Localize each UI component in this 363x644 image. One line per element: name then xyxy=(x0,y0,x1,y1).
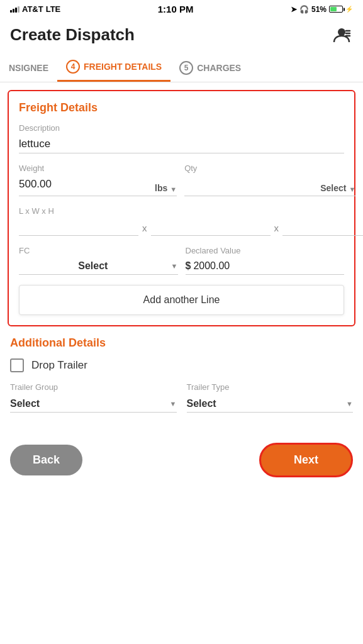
declared-col: Declared Value $ xyxy=(186,246,345,275)
fc-label: FC xyxy=(19,246,178,255)
tab-freight-label: FREIGHT DETAILS xyxy=(84,62,162,72)
drop-trailer-checkbox[interactable] xyxy=(10,358,24,372)
trailer-group-col: Trailer Group Select ▼ xyxy=(10,382,177,413)
fc-select-label: Select xyxy=(19,260,167,272)
trailer-group-select-label: Select xyxy=(10,398,166,409)
tab-bar: NSIGNEE 4 FREIGHT DETAILS 5 CHARGES xyxy=(0,53,363,82)
freight-card: Freight Details Description Weight lbs ▼… xyxy=(8,90,355,326)
weight-input[interactable] xyxy=(19,175,152,193)
declared-value-field: $ xyxy=(186,258,345,275)
charging-icon: ⚡ xyxy=(345,6,353,13)
network-label: LTE xyxy=(46,4,61,14)
trailer-type-col: Trailer Type Select ▼ xyxy=(187,382,354,413)
qty-input[interactable] xyxy=(184,175,318,193)
qty-select-label: Select xyxy=(320,183,346,193)
description-input[interactable] xyxy=(19,135,344,153)
fc-row: FC Select ▼ Declared Value $ xyxy=(19,246,344,275)
trailer-group-label: Trailer Group xyxy=(10,382,177,392)
add-line-button[interactable]: Add another Line xyxy=(19,285,344,315)
back-button[interactable]: Back xyxy=(10,445,82,475)
length-input[interactable] xyxy=(19,219,138,236)
trailer-type-label: Trailer Type xyxy=(187,382,354,392)
qty-col: Qty Select ▼ xyxy=(184,164,355,196)
weight-unit-arrow[interactable]: ▼ xyxy=(170,186,177,193)
trailer-group-select[interactable]: Select ▼ xyxy=(10,396,177,413)
drop-trailer-row: Drop Trailer xyxy=(10,358,353,372)
description-label: Description xyxy=(19,123,344,133)
weight-unit: lbs xyxy=(155,183,167,193)
next-button[interactable]: Next xyxy=(259,443,353,477)
trailer-type-select[interactable]: Select ▼ xyxy=(187,396,354,413)
tab-charges-circle: 5 xyxy=(179,61,193,75)
trailer-row: Trailer Group Select ▼ Trailer Type Sele… xyxy=(10,382,353,413)
tab-charges[interactable]: 5 CHARGES xyxy=(170,55,250,81)
qty-label: Qty xyxy=(184,164,355,173)
lwh-inputs: x x Ft ▼ xyxy=(19,219,344,236)
lwh-group: L x W x H x x Ft ▼ xyxy=(19,206,344,236)
main-content: Freight Details Description Weight lbs ▼… xyxy=(0,82,363,430)
trailer-type-arrow[interactable]: ▼ xyxy=(346,400,353,408)
declared-label: Declared Value xyxy=(186,246,345,255)
declared-input[interactable] xyxy=(193,260,344,272)
battery-indicator xyxy=(329,6,343,13)
width-input[interactable] xyxy=(151,219,271,236)
headphone-icon: 🎧 xyxy=(299,5,309,14)
app-header: Create Dispatch xyxy=(0,18,363,53)
status-left: AT&T LTE xyxy=(10,4,60,14)
dollar-sign: $ xyxy=(186,260,191,272)
lwh-sep2: x xyxy=(274,223,279,236)
status-bar: AT&T LTE 1:10 PM ➤ 🎧 51% ⚡ xyxy=(0,0,363,18)
additional-title: Additional Details xyxy=(10,336,353,350)
signal-bars xyxy=(10,6,20,13)
tab-consignee-label: NSIGNEE xyxy=(9,63,48,73)
lwh-label: L x W x H xyxy=(19,206,344,216)
tab-charges-label: CHARGES xyxy=(197,63,241,73)
lwh-sep1: x xyxy=(142,223,147,236)
tab-consignee[interactable]: NSIGNEE xyxy=(0,57,57,79)
tab-freight-circle: 4 xyxy=(66,60,80,74)
height-input[interactable] xyxy=(282,219,363,236)
svg-point-0 xyxy=(338,28,345,36)
page-title: Create Dispatch xyxy=(10,25,135,45)
battery-percent: 51% xyxy=(311,5,327,14)
status-right: ➤ 🎧 51% ⚡ xyxy=(291,5,353,14)
tab-freight-details[interactable]: 4 FREIGHT DETAILS xyxy=(57,53,170,82)
fc-select[interactable]: Select ▼ xyxy=(19,258,178,275)
weight-col: Weight lbs ▼ xyxy=(19,164,177,196)
description-group: Description xyxy=(19,123,344,153)
trailer-type-select-label: Select xyxy=(187,398,343,409)
location-icon: ➤ xyxy=(291,5,297,14)
freight-section-title: Freight Details xyxy=(19,101,344,114)
bottom-bar: Back Next xyxy=(0,430,363,492)
profile-button[interactable] xyxy=(330,23,353,46)
weight-qty-row: Weight lbs ▼ Qty Select ▼ xyxy=(19,164,344,196)
weight-label: Weight xyxy=(19,164,177,173)
time-label: 1:10 PM xyxy=(158,4,194,14)
trailer-group-arrow[interactable]: ▼ xyxy=(170,400,177,408)
carrier-label: AT&T xyxy=(22,4,43,14)
drop-trailer-label: Drop Trailer xyxy=(31,359,87,372)
weight-field: lbs ▼ xyxy=(19,175,177,196)
additional-section: Additional Details Drop Trailer Trailer … xyxy=(8,336,355,413)
fc-select-arrow[interactable]: ▼ xyxy=(171,262,178,270)
qty-select-arrow[interactable]: ▼ xyxy=(349,186,355,193)
qty-field: Select ▼ xyxy=(184,175,355,196)
fc-col: FC Select ▼ xyxy=(19,246,178,275)
